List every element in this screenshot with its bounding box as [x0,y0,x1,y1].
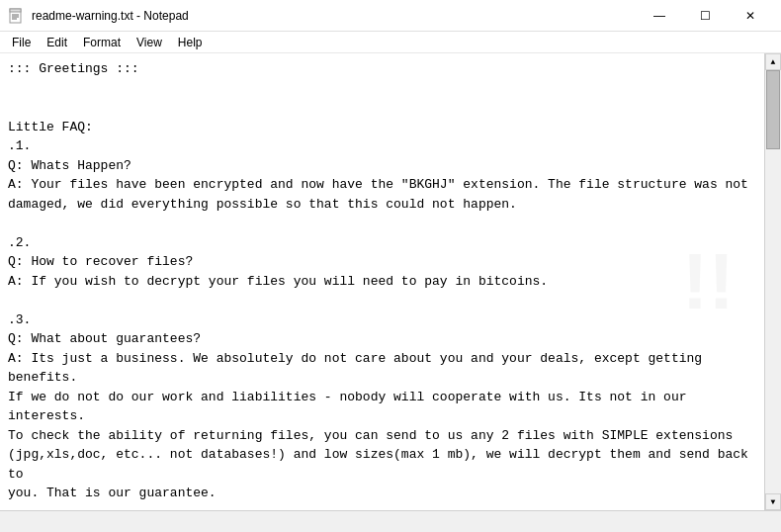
menu-file[interactable]: File [4,34,39,51]
close-button[interactable]: ✕ [728,0,773,32]
scrollbar[interactable]: ▲ ▼ [764,53,781,510]
svg-rect-1 [10,9,21,12]
scrollbar-down-button[interactable]: ▼ [765,493,781,510]
scrollbar-up-button[interactable]: ▲ [765,53,781,70]
title-bar: readme-warning.txt - Notepad — ☐ ✕ [0,0,781,32]
menu-format[interactable]: Format [75,34,129,51]
menu-edit[interactable]: Edit [39,34,75,51]
document-content: ::: Greetings ::: Little FAQ: .1. Q: Wha… [8,59,756,510]
minimize-button[interactable]: — [637,0,682,32]
title-bar-left: readme-warning.txt - Notepad [8,8,189,24]
title-bar-controls: — ☐ ✕ [637,0,773,32]
menu-help[interactable]: Help [170,34,211,51]
window-title: readme-warning.txt - Notepad [32,9,189,23]
maximize-button[interactable]: ☐ [682,0,728,32]
scrollbar-track[interactable] [765,70,781,493]
status-bar [0,510,781,532]
text-area[interactable]: !! ::: Greetings ::: Little FAQ: .1. Q: … [0,53,764,510]
content-wrapper: !! ::: Greetings ::: Little FAQ: .1. Q: … [0,53,781,510]
scrollbar-thumb[interactable] [766,70,780,149]
notepad-icon [8,8,24,24]
menu-bar: File Edit Format View Help [0,32,781,53]
menu-view[interactable]: View [129,34,170,51]
